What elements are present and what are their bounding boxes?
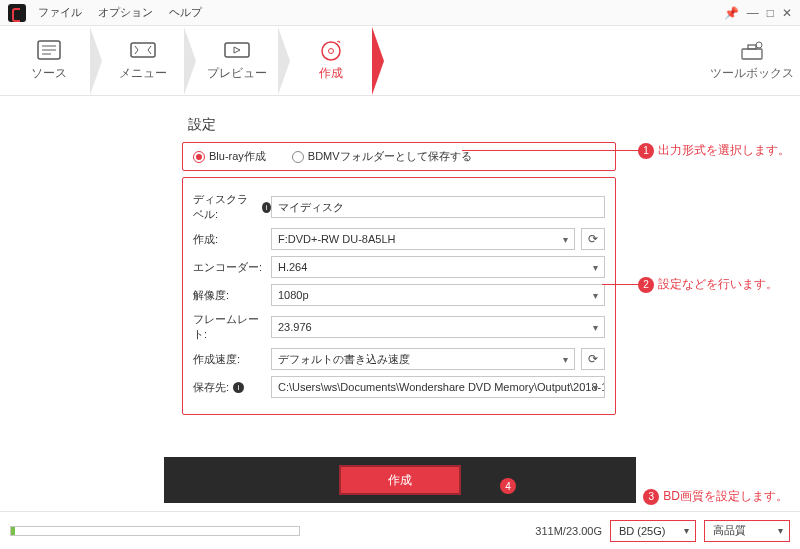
- row-encoder: エンコーダー: H.264: [193, 256, 605, 278]
- tab-create-label: 作成: [319, 65, 343, 82]
- radio-bluray[interactable]: Blu-ray作成: [193, 149, 266, 164]
- refresh-icon: ⟳: [588, 352, 598, 366]
- row-resolution: 解像度: 1080p: [193, 284, 605, 306]
- title-bar: ファイル オプション ヘルプ 📌 — □ ✕: [0, 0, 800, 26]
- svg-rect-10: [748, 45, 756, 49]
- row-speed: 作成速度: デフォルトの書き込み速度 ⟳: [193, 348, 605, 370]
- label-dest: 作成:: [193, 232, 271, 247]
- dest-select[interactable]: F:DVD+-RW DU-8A5LH: [271, 228, 575, 250]
- size-progress: [10, 526, 300, 536]
- row-fps: フレームレート: 23.976: [193, 312, 605, 342]
- svg-point-8: [329, 49, 334, 54]
- fps-select[interactable]: 23.976: [271, 316, 605, 338]
- label-disclabel: ディスクラベル:i: [193, 192, 271, 222]
- row-save: 保存先:i C:\Users\ws\Documents\Wondershare …: [193, 376, 605, 398]
- tab-preview-label: プレビュー: [207, 65, 267, 82]
- main-area: 設定 Blu-ray作成 BDMVフォルダーとして保存する ディスクラベル:i …: [0, 96, 800, 511]
- svg-marker-6: [234, 47, 240, 53]
- svg-point-11: [756, 42, 762, 48]
- svg-rect-5: [225, 43, 249, 57]
- speed-refresh-button[interactable]: ⟳: [581, 348, 605, 370]
- save-select[interactable]: C:\Users\ws\Documents\Wondershare DVD Me…: [271, 376, 605, 398]
- pin-icon[interactable]: 📌: [724, 6, 739, 20]
- maximize-icon[interactable]: □: [767, 6, 774, 20]
- encoder-select[interactable]: H.264: [271, 256, 605, 278]
- preview-icon: [224, 39, 250, 61]
- step-tabs: ソース メニュー プレビュー 作成 ツールボックス: [0, 26, 800, 96]
- size-text: 311M/23.00G: [535, 525, 602, 537]
- menu-help[interactable]: ヘルプ: [169, 5, 202, 20]
- app-logo-icon: [8, 4, 26, 22]
- menu-icon: [130, 39, 156, 61]
- source-icon: [36, 39, 62, 61]
- toolbox-icon: [739, 39, 765, 61]
- close-icon[interactable]: ✕: [782, 6, 792, 20]
- callout-4: 4: [500, 478, 520, 494]
- settings-panel: 設定 Blu-ray作成 BDMVフォルダーとして保存する ディスクラベル:i …: [164, 106, 634, 415]
- callout-3: 3BD画質を設定します。: [643, 488, 788, 505]
- dest-refresh-button[interactable]: ⟳: [581, 228, 605, 250]
- tab-menu[interactable]: メニュー: [100, 27, 186, 95]
- label-speed: 作成速度:: [193, 352, 271, 367]
- menu-file[interactable]: ファイル: [38, 5, 82, 20]
- tab-source[interactable]: ソース: [6, 27, 92, 95]
- info-icon[interactable]: i: [262, 202, 271, 213]
- minimize-icon[interactable]: —: [747, 6, 759, 20]
- svg-rect-4: [131, 43, 155, 57]
- disclabel-input[interactable]: [271, 196, 605, 218]
- speed-select[interactable]: デフォルトの書き込み速度: [271, 348, 575, 370]
- tab-create[interactable]: 作成: [288, 27, 374, 95]
- callout-badge: 4: [500, 478, 516, 494]
- action-bar: 作成: [164, 457, 636, 503]
- disc-type-select[interactable]: BD (25G): [610, 520, 696, 542]
- svg-rect-9: [742, 49, 762, 59]
- output-format-group: Blu-ray作成 BDMVフォルダーとして保存する: [182, 142, 616, 171]
- window-controls: 📌 — □ ✕: [724, 6, 792, 20]
- callout-1: 1出力形式を選択します。: [638, 142, 790, 159]
- tab-preview[interactable]: プレビュー: [194, 27, 280, 95]
- callout-line: [602, 284, 640, 285]
- disc-icon: [318, 39, 344, 61]
- quality-select[interactable]: 高品質: [704, 520, 790, 542]
- menu-option[interactable]: オプション: [98, 5, 153, 20]
- callout-badge: 3: [643, 489, 659, 505]
- create-button[interactable]: 作成: [339, 465, 461, 495]
- menu-bar: ファイル オプション ヘルプ: [38, 5, 202, 20]
- label-save: 保存先:i: [193, 380, 271, 395]
- radio-bdmv-label: BDMVフォルダーとして保存する: [308, 149, 472, 164]
- progress-fill: [11, 527, 15, 535]
- callout-2-text: 設定などを行います。: [658, 276, 778, 293]
- panel-title: 設定: [188, 116, 634, 134]
- info-icon[interactable]: i: [233, 382, 244, 393]
- toolbox-label: ツールボックス: [710, 65, 794, 82]
- toolbox-button[interactable]: ツールボックス: [710, 39, 794, 82]
- radio-bluray-label: Blu-ray作成: [209, 149, 266, 164]
- callout-badge: 2: [638, 277, 654, 293]
- refresh-icon: ⟳: [588, 232, 598, 246]
- label-fps: フレームレート:: [193, 312, 271, 342]
- row-disclabel: ディスクラベル:i: [193, 192, 605, 222]
- svg-point-7: [322, 42, 340, 60]
- callout-2: 2設定などを行います。: [638, 276, 778, 293]
- settings-group: ディスクラベル:i 作成: F:DVD+-RW DU-8A5LH ⟳ エンコーダ…: [182, 177, 616, 415]
- label-resolution: 解像度:: [193, 288, 271, 303]
- label-encoder: エンコーダー:: [193, 260, 271, 275]
- callout-badge: 1: [638, 143, 654, 159]
- tab-source-label: ソース: [31, 65, 67, 82]
- radio-dot-icon: [193, 151, 205, 163]
- callout-1-text: 出力形式を選択します。: [658, 142, 790, 159]
- callout-3-text: BD画質を設定します。: [663, 488, 788, 505]
- tab-menu-label: メニュー: [119, 65, 167, 82]
- footer-bar: 311M/23.00G BD (25G) 高品質: [0, 511, 800, 549]
- radio-dot-icon: [292, 151, 304, 163]
- radio-bdmv-folder[interactable]: BDMVフォルダーとして保存する: [292, 149, 472, 164]
- callout-line: [462, 150, 640, 151]
- resolution-select[interactable]: 1080p: [271, 284, 605, 306]
- row-dest: 作成: F:DVD+-RW DU-8A5LH ⟳: [193, 228, 605, 250]
